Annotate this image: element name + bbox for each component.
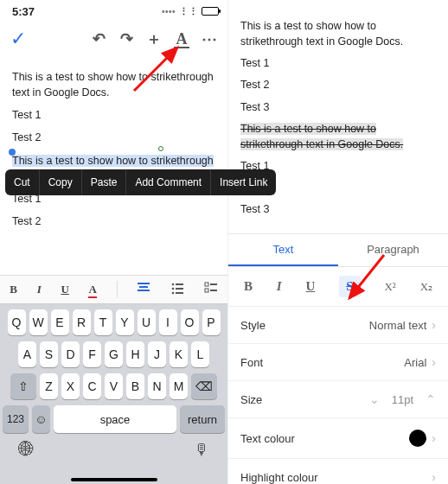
key-h[interactable]: H <box>126 341 144 367</box>
format-toolbar: B I U A <box>0 275 227 304</box>
key-u[interactable]: U <box>138 309 156 335</box>
key-x[interactable]: X <box>61 373 80 399</box>
prop-font[interactable]: Font Arial› <box>228 344 448 381</box>
key-w[interactable]: W <box>29 309 48 335</box>
key-j[interactable]: J <box>148 341 166 367</box>
key-s[interactable]: S <box>40 341 58 367</box>
done-check-icon[interactable]: ✓ <box>10 28 26 50</box>
cell-signal-icon: •••• <box>162 7 176 16</box>
ctx-add-comment[interactable]: Add Comment <box>126 169 211 195</box>
strikethrough-paragraph[interactable]: This is a test to show how to strikethro… <box>240 121 436 152</box>
wifi-icon: ⋮⋮ <box>179 6 198 17</box>
key-y[interactable]: Y <box>116 309 134 335</box>
underline-button[interactable]: U <box>306 279 316 294</box>
prop-size: Size ⌄ 11pt ⌃ <box>228 381 448 418</box>
key-n[interactable]: N <box>148 373 166 399</box>
key-emoji[interactable]: ☺ <box>32 405 50 433</box>
svg-point-6 <box>172 288 175 290</box>
globe-icon[interactable]: 🌐︎ <box>18 441 34 459</box>
svg-rect-1 <box>138 283 150 284</box>
ctx-paste[interactable]: Paste <box>82 169 127 195</box>
key-l[interactable]: L <box>191 341 209 367</box>
svg-rect-13 <box>210 290 217 291</box>
keyboard: QWERTYUIOP ASDFGHJKL ⇧ZXCVBNM⌫ 123 ☺ spa… <box>0 304 227 484</box>
prop-text-colour[interactable]: Text colour › <box>228 418 448 459</box>
key-g[interactable]: G <box>105 341 123 367</box>
more-icon[interactable]: ⋯ <box>202 31 217 47</box>
key-123[interactable]: 123 <box>3 405 29 433</box>
status-bar: 5:37 •••• ⋮⋮ <box>0 0 227 19</box>
chevron-right-icon: › <box>432 355 436 369</box>
key-z[interactable]: Z <box>40 373 58 399</box>
key-a[interactable]: A <box>18 341 36 367</box>
ctx-copy[interactable]: Copy <box>40 169 82 195</box>
key-return[interactable]: return <box>180 405 225 433</box>
key-b[interactable]: B <box>126 373 144 399</box>
paragraph[interactable]: Test 3 <box>240 201 436 217</box>
italic-button[interactable]: I <box>277 279 282 294</box>
align-button[interactable] <box>137 281 150 298</box>
paragraph[interactable]: Test 2 <box>12 130 215 145</box>
color-swatch <box>409 430 426 447</box>
toolbar: ✓ ↶ ↷ ＋ A ⋯ <box>0 19 227 57</box>
svg-point-8 <box>172 292 175 295</box>
undo-icon[interactable]: ↶ <box>91 31 106 47</box>
svg-line-14 <box>349 255 384 298</box>
bullet-list-button[interactable] <box>170 281 184 298</box>
paragraph[interactable]: Test 2 <box>12 213 215 229</box>
paragraph[interactable]: Test 1 <box>12 107 215 123</box>
italic-button[interactable]: I <box>37 283 42 296</box>
key-d[interactable]: D <box>61 341 80 367</box>
key-shift[interactable]: ⇧ <box>10 373 36 399</box>
chevron-right-icon: › <box>432 431 436 445</box>
size-value: 11pt <box>392 393 413 406</box>
chevron-right-icon: › <box>432 470 436 484</box>
key-f[interactable]: F <box>83 341 101 367</box>
bold-button[interactable]: B <box>244 279 253 294</box>
key-space[interactable]: space <box>54 405 176 433</box>
key-r[interactable]: R <box>73 309 91 335</box>
text-color-button[interactable]: A <box>88 283 96 296</box>
battery-icon <box>202 7 219 16</box>
annotation-arrow <box>130 43 190 98</box>
ctx-insert-link[interactable]: Insert Link <box>211 169 276 195</box>
home-indicator <box>71 478 157 481</box>
tab-text[interactable]: Text <box>228 234 338 266</box>
underline-button[interactable]: U <box>61 283 68 296</box>
subscript-button[interactable]: X₂ <box>420 280 432 294</box>
cursor-handle-icon[interactable] <box>158 146 163 151</box>
mic-icon[interactable]: 🎙︎ <box>194 441 209 459</box>
key-i[interactable]: I <box>159 309 177 335</box>
key-q[interactable]: Q <box>8 309 26 335</box>
selection-handle-icon[interactable] <box>9 149 16 156</box>
format-tabs: Text Paragraph <box>228 233 448 267</box>
chevron-up-icon[interactable]: ⌃ <box>426 392 436 406</box>
bold-button[interactable]: B <box>10 283 17 296</box>
paragraph[interactable]: Test 2 <box>240 77 436 92</box>
chevron-down-icon[interactable]: ⌄ <box>369 392 380 406</box>
paragraph[interactable]: Test 3 <box>240 99 436 115</box>
key-backspace[interactable]: ⌫ <box>191 373 217 399</box>
svg-point-4 <box>172 283 175 286</box>
paragraph[interactable]: Test 1 <box>240 55 436 71</box>
ctx-cut[interactable]: Cut <box>5 169 40 195</box>
key-t[interactable]: T <box>94 309 112 335</box>
prop-style[interactable]: Style Normal text› <box>228 307 448 344</box>
key-p[interactable]: P <box>202 309 221 335</box>
prop-highlight-colour[interactable]: Highlight colour › <box>228 459 448 484</box>
svg-rect-7 <box>176 288 183 290</box>
key-c[interactable]: C <box>83 373 101 399</box>
checklist-button[interactable] <box>204 281 218 298</box>
chevron-right-icon: › <box>432 318 436 332</box>
document-body[interactable]: This is a test to show how to strikethro… <box>0 57 227 241</box>
key-k[interactable]: K <box>170 341 188 367</box>
svg-rect-9 <box>176 292 183 294</box>
key-o[interactable]: O <box>181 309 199 335</box>
text-format-row: B I U S X² X₂ <box>228 267 448 307</box>
key-v[interactable]: V <box>105 373 123 399</box>
key-m[interactable]: M <box>170 373 188 399</box>
svg-rect-12 <box>205 289 208 292</box>
paragraph[interactable]: This is a test to show how to strikethro… <box>240 18 436 49</box>
svg-rect-3 <box>138 290 150 291</box>
key-e[interactable]: E <box>51 309 69 335</box>
